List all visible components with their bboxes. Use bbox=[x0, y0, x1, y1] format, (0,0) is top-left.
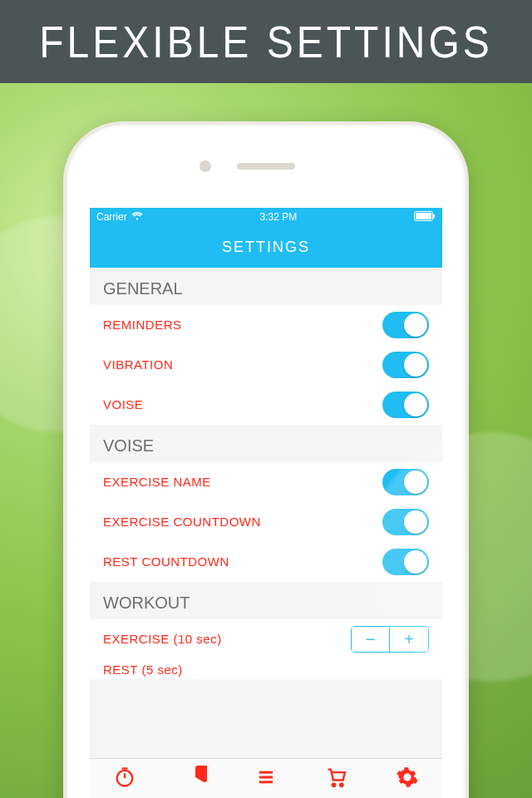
row-label: REST (5 sec) bbox=[103, 659, 183, 677]
phone-frame: Carrier 3:32 PM SETTINGS GENERAL bbox=[66, 125, 466, 798]
status-bar: Carrier 3:32 PM bbox=[90, 208, 442, 226]
row-label: REST COUNTDOWN bbox=[103, 554, 229, 569]
gear-icon bbox=[396, 766, 419, 792]
toggle-rest-countdown[interactable] bbox=[382, 549, 429, 575]
svg-point-8 bbox=[340, 783, 343, 786]
tab-stats[interactable] bbox=[160, 759, 231, 798]
promo-header: FLEXIBLE SETTINGS bbox=[0, 0, 532, 83]
row-vibration: VIBRATION bbox=[90, 345, 442, 385]
section-header-voise: VOISE bbox=[90, 425, 442, 462]
tab-settings[interactable] bbox=[372, 759, 442, 798]
stepper-exercise: − + bbox=[351, 626, 429, 653]
phone-speaker bbox=[237, 163, 295, 170]
settings-content[interactable]: GENERAL REMINDERS VIBRATION VOISE VOISE … bbox=[90, 268, 442, 758]
toggle-reminders[interactable] bbox=[382, 312, 429, 338]
toggle-vibration[interactable] bbox=[382, 352, 429, 378]
tab-timer[interactable] bbox=[90, 759, 160, 798]
stepper-minus-button[interactable]: − bbox=[352, 627, 390, 652]
phone-screen: Carrier 3:32 PM SETTINGS GENERAL bbox=[90, 208, 442, 798]
row-rest-duration: REST (5 sec) bbox=[90, 659, 442, 679]
row-label: REMINDERS bbox=[103, 318, 182, 332]
svg-rect-1 bbox=[416, 213, 431, 219]
tab-shop[interactable] bbox=[301, 759, 372, 798]
row-label: EXERCISE (10 sec) bbox=[103, 632, 222, 646]
toggle-exercise-countdown[interactable] bbox=[382, 509, 429, 535]
status-right bbox=[414, 211, 436, 224]
wifi-icon bbox=[131, 211, 143, 223]
stepper-plus-button[interactable]: + bbox=[390, 627, 428, 652]
tab-bar bbox=[90, 758, 442, 798]
carrier-label: Carrier bbox=[96, 211, 127, 223]
toggle-voise[interactable] bbox=[382, 392, 429, 418]
section-header-workout: WORKOUT bbox=[90, 582, 442, 619]
phone-camera-dot bbox=[200, 160, 211, 172]
row-exercise-duration: EXERCISE (10 sec) − + bbox=[90, 619, 442, 659]
tab-list[interactable] bbox=[231, 759, 302, 798]
svg-point-7 bbox=[332, 783, 336, 786]
row-exercise-countdown: EXERCISE COUNTDOWN bbox=[90, 502, 442, 542]
status-left: Carrier bbox=[96, 211, 143, 223]
row-rest-countdown: REST COUNTDOWN bbox=[90, 542, 442, 582]
row-exercise-name: EXERCISE NAME bbox=[90, 462, 442, 502]
row-label: EXERCISE NAME bbox=[103, 475, 211, 489]
promo-background: FLEXIBLE SETTINGS Carrier 3:32 PM bbox=[0, 0, 532, 798]
row-reminders: REMINDERS bbox=[90, 305, 442, 345]
section-header-general: GENERAL bbox=[90, 268, 442, 305]
row-voise: VOISE bbox=[90, 385, 442, 425]
nav-title: SETTINGS bbox=[222, 239, 310, 256]
promo-title: FLEXIBLE SETTINGS bbox=[39, 17, 492, 67]
row-label: VOISE bbox=[103, 397, 143, 411]
pie-chart-icon bbox=[184, 766, 207, 792]
nav-bar: SETTINGS bbox=[90, 226, 442, 268]
timer-icon bbox=[113, 766, 136, 792]
list-icon bbox=[254, 766, 278, 792]
cart-icon bbox=[325, 766, 348, 792]
toggle-exercise-name[interactable] bbox=[382, 469, 429, 495]
svg-rect-2 bbox=[433, 214, 435, 218]
row-label: VIBRATION bbox=[103, 357, 173, 372]
row-label: EXERCISE COUNTDOWN bbox=[103, 515, 261, 529]
battery-icon bbox=[414, 211, 436, 224]
status-time: 3:32 PM bbox=[259, 211, 297, 223]
